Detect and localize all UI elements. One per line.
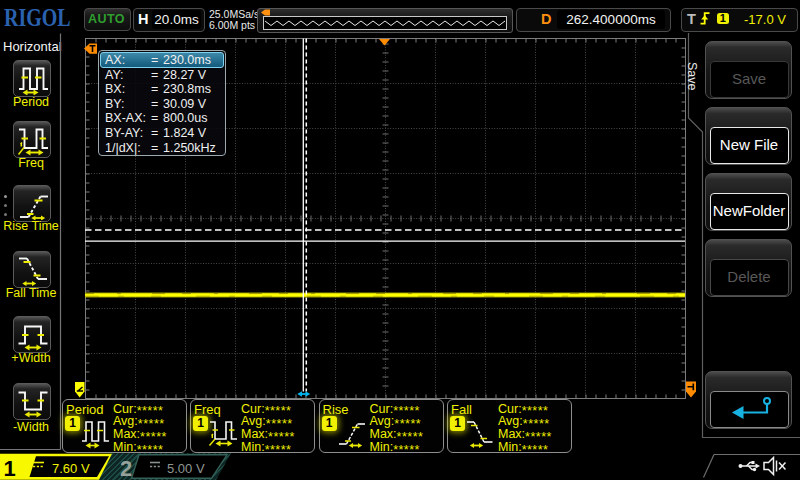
- svg-text:7.60 V: 7.60 V: [52, 461, 90, 476]
- svg-text:5.00 V: 5.00 V: [167, 461, 205, 476]
- svg-text:2: 2: [120, 456, 132, 480]
- svg-text:Save: Save: [685, 62, 699, 91]
- svg-text:1: 1: [4, 456, 16, 480]
